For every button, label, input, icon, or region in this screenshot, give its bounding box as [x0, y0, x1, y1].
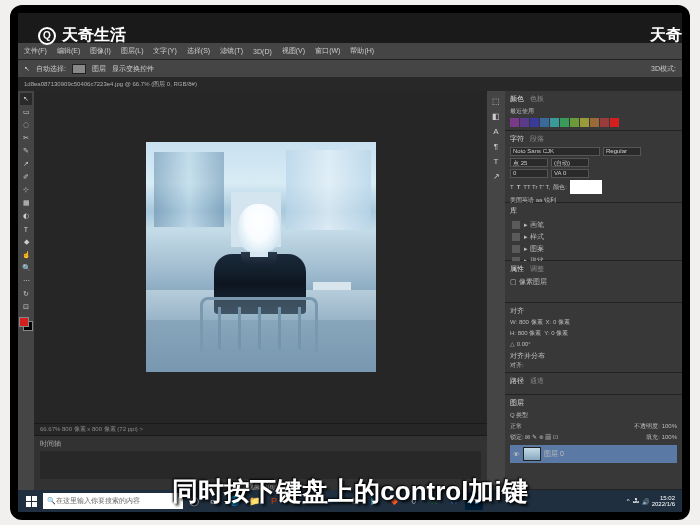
- document-tab[interactable]: 1d8ea087130909c50406c7223e4.jpg @ 66.7% …: [24, 80, 197, 89]
- swatch[interactable]: [560, 118, 569, 127]
- tab-properties[interactable]: 属性: [510, 264, 524, 274]
- opt-layer-select[interactable]: [72, 64, 86, 74]
- swatch[interactable]: [610, 118, 619, 127]
- menu-image[interactable]: 图像(I): [90, 46, 111, 56]
- tab-channels[interactable]: 通道: [530, 376, 544, 386]
- tracking[interactable]: 0: [510, 169, 548, 178]
- adjust-title: 对齐: [510, 306, 677, 316]
- mini-type-icon[interactable]: T: [490, 155, 502, 167]
- swatch[interactable]: [530, 118, 539, 127]
- brand-name: 天奇生活: [62, 25, 126, 46]
- tab-swatches[interactable]: 色板: [530, 94, 544, 104]
- tool-hand[interactable]: ☝: [20, 249, 32, 261]
- tool-move[interactable]: ↖: [20, 93, 32, 105]
- canvas-footer: 66.67% 800 像素 x 800 像素 (72 ppi) >: [34, 423, 487, 435]
- mini-history-icon[interactable]: ⬚: [490, 95, 502, 107]
- menu-filter[interactable]: 滤镜(T): [220, 46, 243, 56]
- menu-3d[interactable]: 3D(D): [253, 48, 272, 55]
- tool-rotate[interactable]: ↻: [20, 288, 32, 300]
- lib-patterns[interactable]: ▸ 图案: [510, 243, 677, 255]
- leading[interactable]: (自动): [551, 158, 589, 167]
- swatch[interactable]: [540, 118, 549, 127]
- menu-edit[interactable]: 编辑(E): [57, 46, 80, 56]
- video-subtitle: 同时按下键盘上的control加i键: [0, 474, 700, 509]
- mini-para-icon[interactable]: ¶: [490, 140, 502, 152]
- menu-file[interactable]: 文件(F): [24, 46, 47, 56]
- menu-view[interactable]: 视图(V): [282, 46, 305, 56]
- eye-icon[interactable]: 👁: [513, 451, 520, 458]
- color-swatches[interactable]: [19, 317, 33, 331]
- tool-stamp[interactable]: ⊹: [20, 184, 32, 196]
- swatch-row: [510, 118, 677, 127]
- tab-paths[interactable]: 路径: [510, 376, 524, 386]
- adj-y[interactable]: Y: 0 像素: [544, 329, 568, 338]
- tool-brush[interactable]: ✐: [20, 171, 32, 183]
- fg-color[interactable]: [19, 317, 29, 327]
- adj-h[interactable]: H: 800 像素: [510, 329, 541, 338]
- mini-nav-icon[interactable]: ↗: [490, 170, 502, 182]
- layer-thumb[interactable]: [523, 447, 541, 461]
- opt-autoselect[interactable]: 自动选择:: [36, 64, 66, 74]
- brand-logo: Q 天奇生活: [38, 25, 126, 46]
- swatch[interactable]: [590, 118, 599, 127]
- tool-frame[interactable]: ⊡: [20, 301, 32, 313]
- menu-type[interactable]: 文字(Y): [153, 46, 176, 56]
- tool-marquee[interactable]: ▭: [20, 106, 32, 118]
- opt-3dmode[interactable]: 3D模式:: [651, 64, 676, 74]
- adj-w[interactable]: W: 800 像素: [510, 318, 543, 327]
- layer-row[interactable]: 👁 图层 0: [510, 445, 677, 463]
- tab-paragraph[interactable]: 段落: [530, 134, 544, 144]
- layer-name[interactable]: 图层 0: [544, 449, 564, 459]
- lib-brushes[interactable]: ▸ 画笔: [510, 219, 677, 231]
- layers-opacity[interactable]: 不透明度: 100%: [634, 422, 677, 431]
- lib-styles[interactable]: ▸ 样式: [510, 231, 677, 243]
- swatch[interactable]: [550, 118, 559, 127]
- canvas-viewport[interactable]: [34, 91, 487, 423]
- opt-transform[interactable]: 显示变换控件: [112, 64, 154, 74]
- mini-char-icon[interactable]: A: [490, 125, 502, 137]
- tool-gradient[interactable]: ◐: [20, 210, 32, 222]
- font-style[interactable]: Regular: [603, 147, 641, 156]
- menu-help[interactable]: 帮助(H): [350, 46, 374, 56]
- char-color-label: 颜色:: [553, 183, 567, 192]
- tool-eyedropper[interactable]: ✎: [20, 145, 32, 157]
- timeline-title[interactable]: 时间轴: [40, 439, 481, 449]
- tool-more[interactable]: ⋯: [20, 275, 32, 287]
- mini-swatches-icon[interactable]: ◧: [490, 110, 502, 122]
- layers-mode[interactable]: 正常: [510, 422, 522, 431]
- layers-lock[interactable]: 锁定: ⊠ ✎ ⊕ ▦ ⊡: [510, 433, 558, 442]
- tab-adjust[interactable]: 调整: [530, 264, 544, 274]
- swatch[interactable]: [510, 118, 519, 127]
- font-family[interactable]: Noto Sans CJK: [510, 147, 600, 156]
- swatch[interactable]: [600, 118, 609, 127]
- tab-color[interactable]: 颜色: [510, 94, 524, 104]
- swatch[interactable]: [520, 118, 529, 127]
- menu-window[interactable]: 窗口(W): [315, 46, 340, 56]
- tab-layers[interactable]: 图层: [510, 398, 524, 408]
- character-panel: 字符 段落 Noto Sans CJKRegular 点 25(自动) 0VA …: [505, 131, 682, 203]
- tool-crop[interactable]: ✂: [20, 132, 32, 144]
- kerning[interactable]: VA 0: [551, 169, 589, 178]
- tool-type[interactable]: T: [20, 223, 32, 235]
- char-color-swatch[interactable]: [570, 180, 602, 194]
- menu-select[interactable]: 选择(S): [187, 46, 210, 56]
- options-bar: ↖ 自动选择: 图层 显示变换控件 3D模式:: [18, 59, 682, 77]
- tab-character[interactable]: 字符: [510, 134, 524, 144]
- canvas-area: 66.67% 800 像素 x 800 像素 (72 ppi) > 时间轴 创建…: [34, 91, 487, 490]
- adj-angle[interactable]: △ 0.00°: [510, 340, 531, 347]
- swatch[interactable]: [580, 118, 589, 127]
- tool-lasso[interactable]: ◌: [20, 119, 32, 131]
- font-size[interactable]: 点 25: [510, 158, 548, 167]
- layers-kind[interactable]: Q 类型: [510, 411, 528, 420]
- layers-fill[interactable]: 填充: 100%: [646, 433, 677, 442]
- adj-x[interactable]: X: 0 像素: [546, 318, 570, 327]
- tab-libs[interactable]: 库: [510, 206, 517, 216]
- menu-layer[interactable]: 图层(L): [121, 46, 144, 56]
- swatch[interactable]: [570, 118, 579, 127]
- tool-zoom[interactable]: 🔍: [20, 262, 32, 274]
- tool-heal[interactable]: ↗: [20, 158, 32, 170]
- opt-layer-label: 图层: [92, 64, 106, 74]
- tool-eraser[interactable]: ▦: [20, 197, 32, 209]
- properties-panel: 属性 调整 ▢ 像素图层: [505, 261, 682, 303]
- tool-pen[interactable]: ◆: [20, 236, 32, 248]
